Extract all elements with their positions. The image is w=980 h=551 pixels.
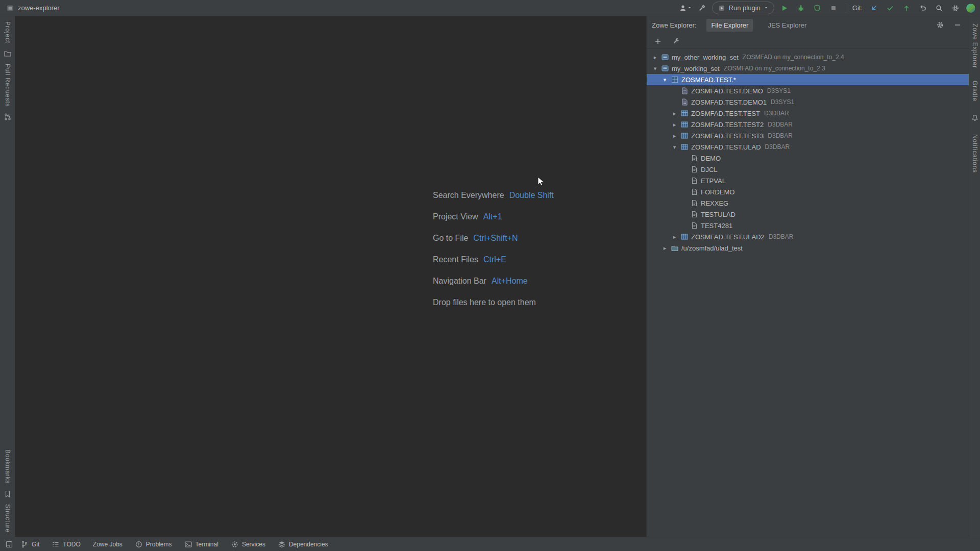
caret-down-icon — [764, 4, 769, 12]
shortcut-hint-label: Recent Files — [433, 255, 478, 264]
notifications-bell-icon[interactable] — [971, 114, 979, 122]
user-account-button[interactable] — [679, 2, 692, 14]
chevron-right-icon[interactable]: ▸ — [662, 242, 668, 254]
user-avatar[interactable] — [966, 3, 976, 13]
tool-button-bookmarks[interactable]: Bookmarks — [4, 449, 11, 484]
window-title: zowe-explorer — [18, 4, 60, 12]
shortcut-hint-row: Recent FilesCtrl+E — [433, 254, 554, 265]
tool-window-options-button[interactable] — [934, 19, 946, 31]
tree-row[interactable]: ▸/u/zosmfad/ulad_test — [647, 242, 969, 254]
undo-icon — [919, 4, 927, 12]
tree-row[interactable]: ▸ZOSMFAD.TEST.TEST2D3DBAR — [647, 119, 969, 130]
terminal-icon — [184, 540, 192, 548]
hide-tool-window-button[interactable] — [951, 19, 964, 31]
toolwindow-switcher[interactable] — [3, 538, 15, 550]
commit-check-icon — [886, 4, 894, 12]
tree-node-label: FORDEMO — [701, 188, 734, 196]
tool-button-notifications[interactable]: Notifications — [971, 134, 978, 173]
tree-node-label: ZOSMFAD.TEST.DEMO — [691, 87, 763, 95]
member-icon — [690, 221, 698, 230]
chevron-down-icon[interactable]: ▾ — [662, 74, 668, 85]
pds-icon — [680, 143, 689, 151]
working-set-icon — [661, 64, 669, 72]
explorer-settings-button[interactable] — [670, 35, 682, 47]
tree-node-label: ZOSMFAD.TEST.* — [681, 76, 736, 84]
build-project-button[interactable] — [696, 2, 708, 14]
chevron-right-icon[interactable]: ▸ — [652, 52, 658, 63]
status-item-dependencies[interactable]: Dependencies — [278, 540, 328, 548]
left-tool-stripe: ProjectPull Requests BookmarksStructure — [0, 16, 15, 537]
tree-row[interactable]: ETPVAL — [647, 175, 969, 186]
push-button[interactable] — [900, 2, 913, 14]
tool-button-pull-requests[interactable]: Pull Requests — [4, 64, 11, 107]
shortcut-hint-keys: Double Shift — [509, 191, 554, 200]
tree-row[interactable]: TEST4281 — [647, 220, 969, 231]
tab-jes-explorer[interactable]: JES Explorer — [763, 19, 811, 32]
tree-row[interactable]: TESTULAD — [647, 209, 969, 220]
status-item-problems[interactable]: Problems — [135, 540, 172, 548]
tree-node-suffix: D3SYS1 — [771, 98, 794, 106]
tree-row[interactable]: ▾ZOSMFAD.TEST.ULADD3DBAR — [647, 141, 969, 153]
tree-row[interactable]: ▾my_working_setZOSMFAD on my_connection_… — [647, 63, 969, 74]
search-icon — [935, 4, 943, 12]
chevron-right-icon[interactable]: ▸ — [671, 130, 678, 141]
tab-file-explorer[interactable]: File Explorer — [706, 19, 753, 32]
tree-node-label: ZOSMFAD.TEST.ULAD2 — [691, 233, 765, 241]
chevron-down-icon[interactable]: ▾ — [652, 63, 658, 74]
tree-row[interactable]: DEMO — [647, 153, 969, 164]
debug-button[interactable] — [795, 2, 807, 14]
pull-request-icon[interactable] — [4, 113, 12, 121]
tree-row[interactable]: FORDEMO — [647, 186, 969, 197]
add-working-set-button[interactable] — [652, 35, 664, 47]
status-item-label: Problems — [146, 541, 172, 548]
shortcut-hint-label: Search Everywhere — [433, 191, 504, 200]
status-item-services[interactable]: Services — [231, 540, 265, 548]
title-bar-left: zowe-explorer — [4, 4, 60, 12]
stop-button[interactable] — [827, 2, 840, 14]
chevron-right-icon[interactable]: ▸ — [671, 119, 678, 130]
left-stripe-bottom-group: BookmarksStructure — [4, 449, 12, 533]
tree-row[interactable]: DJCL — [647, 164, 969, 175]
status-item-terminal[interactable]: Terminal — [184, 540, 218, 548]
settings-button[interactable] — [949, 2, 962, 14]
run-configuration-select[interactable]: Run plugin — [712, 2, 774, 14]
rollback-button[interactable] — [917, 2, 929, 14]
tree-row[interactable]: ▸ZOSMFAD.TEST.TESTD3DBAR — [647, 108, 969, 119]
tool-button-project[interactable]: Project — [4, 21, 11, 43]
status-item-zowe-jobs[interactable]: Zowe Jobs — [93, 541, 122, 548]
bookmark-icon[interactable] — [4, 490, 12, 498]
shortcut-hint-row: Search EverywhereDouble Shift — [433, 190, 554, 201]
tree-row[interactable]: ZOSMFAD.TEST.DEMOD3SYS1 — [647, 85, 969, 96]
tree-row[interactable]: ZOSMFAD.TEST.DEMO1D3SYS1 — [647, 96, 969, 108]
coverage-button[interactable] — [811, 2, 823, 14]
tool-button-zowe-explorer[interactable]: Zowe Explorer — [971, 23, 978, 68]
tree-row[interactable]: ▸ZOSMFAD.TEST.ULAD2D3DBAR — [647, 231, 969, 242]
commit-button[interactable] — [884, 2, 896, 14]
update-project-button[interactable] — [868, 2, 880, 14]
status-item-label: Services — [242, 541, 265, 548]
status-item-label: Git — [32, 541, 39, 548]
shortcut-hints: Search EverywhereDouble ShiftProject Vie… — [433, 190, 554, 318]
status-item-git[interactable]: Git — [20, 540, 39, 548]
toolbar-separator — [846, 4, 846, 13]
status-item-todo[interactable]: TODO — [52, 540, 80, 548]
tool-button-structure[interactable]: Structure — [4, 504, 11, 533]
tree-row[interactable]: ▸ZOSMFAD.TEST.TEST3D3DBAR — [647, 130, 969, 141]
tree-node-label: ZOSMFAD.TEST.TEST2 — [691, 121, 764, 129]
member-icon — [690, 199, 698, 207]
tree-node-suffix: D3DBAR — [768, 121, 793, 128]
tree-node-label: ZOSMFAD.TEST.TEST3 — [691, 132, 764, 140]
push-arrow-icon — [902, 4, 911, 12]
right-tool-stripe: Zowe ExplorerGradleNotifications — [969, 16, 980, 537]
chevron-right-icon[interactable]: ▸ — [671, 231, 678, 242]
tree-row[interactable]: ▸my_other_working_setZOSMFAD on my_conne… — [647, 52, 969, 63]
tree-row[interactable]: ▾ZOSMFAD.TEST.* — [647, 74, 969, 85]
chevron-right-icon[interactable]: ▸ — [671, 108, 678, 119]
tree-row[interactable]: REXXEG — [647, 197, 969, 209]
run-button[interactable] — [778, 2, 791, 14]
project-folder-icon[interactable] — [4, 49, 12, 58]
search-everywhere-button[interactable] — [933, 2, 945, 14]
status-item-label: Zowe Jobs — [93, 541, 122, 548]
chevron-down-icon[interactable]: ▾ — [671, 141, 678, 153]
tool-button-gradle[interactable]: Gradle — [971, 81, 978, 102]
